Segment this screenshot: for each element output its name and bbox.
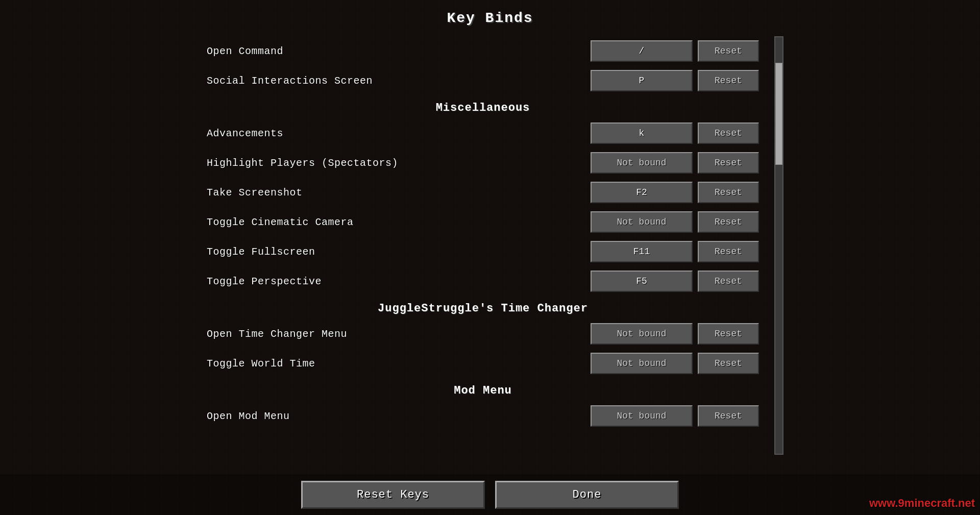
- keybind-row: Highlight Players (Spectators)Not boundR…: [197, 148, 769, 178]
- keybind-row: AdvancementskReset: [197, 118, 769, 148]
- section-header-miscellaneous: Miscellaneous: [197, 95, 769, 118]
- scrollbar-track[interactable]: [774, 36, 783, 455]
- reset-button[interactable]: Reset: [698, 271, 759, 292]
- reset-button[interactable]: Reset: [698, 405, 759, 427]
- keybind-row: Social Interactions ScreenPReset: [197, 66, 769, 95]
- reset-button[interactable]: Reset: [698, 122, 759, 144]
- reset-button[interactable]: Reset: [698, 70, 759, 91]
- keybind-label: Highlight Players (Spectators): [207, 157, 591, 169]
- key-binding-button[interactable]: F2: [591, 182, 693, 203]
- reset-button[interactable]: Reset: [698, 353, 759, 374]
- keybind-row: Toggle FullscreenF11Reset: [197, 237, 769, 266]
- keybind-row: Open Command/Reset: [197, 36, 769, 66]
- keybind-label: Open Command: [207, 45, 591, 57]
- bottom-bar: Reset Keys Done: [0, 474, 980, 515]
- keybind-row: Take ScreenshotF2Reset: [197, 178, 769, 207]
- keybind-label: Toggle Perspective: [207, 276, 591, 287]
- reset-button[interactable]: Reset: [698, 152, 759, 174]
- section-header-jugglestruggle: JuggleStruggle's Time Changer: [197, 296, 769, 319]
- keybind-row: Open Time Changer MenuNot boundReset: [197, 319, 769, 349]
- section-header-modmenu: Mod Menu: [197, 378, 769, 401]
- keybind-row: Open Mod MenuNot boundReset: [197, 401, 769, 431]
- keybind-row: Toggle World TimeNot boundReset: [197, 349, 769, 378]
- keybind-row: Toggle Cinematic CameraNot boundReset: [197, 207, 769, 237]
- key-binding-button[interactable]: k: [591, 122, 693, 144]
- reset-button[interactable]: Reset: [698, 40, 759, 62]
- keybind-label: Open Time Changer Menu: [207, 328, 591, 340]
- key-binding-button[interactable]: P: [591, 70, 693, 91]
- reset-keys-button[interactable]: Reset Keys: [301, 481, 485, 509]
- key-binding-button[interactable]: Not bound: [591, 211, 693, 233]
- keybind-label: Social Interactions Screen: [207, 75, 591, 87]
- key-binding-button[interactable]: Not bound: [591, 405, 693, 427]
- key-binding-button[interactable]: /: [591, 40, 693, 62]
- keybind-row: Toggle PerspectiveF5Reset: [197, 266, 769, 296]
- key-binding-button[interactable]: Not bound: [591, 353, 693, 374]
- page-title: Key Binds: [447, 10, 533, 26]
- key-binding-button[interactable]: Not bound: [591, 323, 693, 345]
- done-button[interactable]: Done: [495, 481, 679, 509]
- keybind-label: Advancements: [207, 128, 591, 139]
- reset-button[interactable]: Reset: [698, 211, 759, 233]
- watermark: www.9minecraft.net: [869, 497, 975, 510]
- keybind-label: Toggle Fullscreen: [207, 246, 591, 258]
- reset-button[interactable]: Reset: [698, 241, 759, 262]
- main-container: Key Binds Open Command/ResetSocial Inter…: [0, 0, 980, 515]
- keybind-label: Toggle Cinematic Camera: [207, 216, 591, 228]
- keybind-label: Open Mod Menu: [207, 410, 591, 422]
- reset-button[interactable]: Reset: [698, 323, 759, 345]
- key-binding-button[interactable]: F5: [591, 271, 693, 292]
- scrollbar-thumb[interactable]: [775, 63, 782, 165]
- key-binding-button[interactable]: Not bound: [591, 152, 693, 174]
- keybind-label: Take Screenshot: [207, 187, 591, 199]
- keybind-label: Toggle World Time: [207, 358, 591, 370]
- reset-button[interactable]: Reset: [698, 182, 759, 203]
- scroll-area: Open Command/ResetSocial Interactions Sc…: [197, 36, 783, 455]
- content-area[interactable]: Open Command/ResetSocial Interactions Sc…: [197, 36, 774, 455]
- key-binding-button[interactable]: F11: [591, 241, 693, 262]
